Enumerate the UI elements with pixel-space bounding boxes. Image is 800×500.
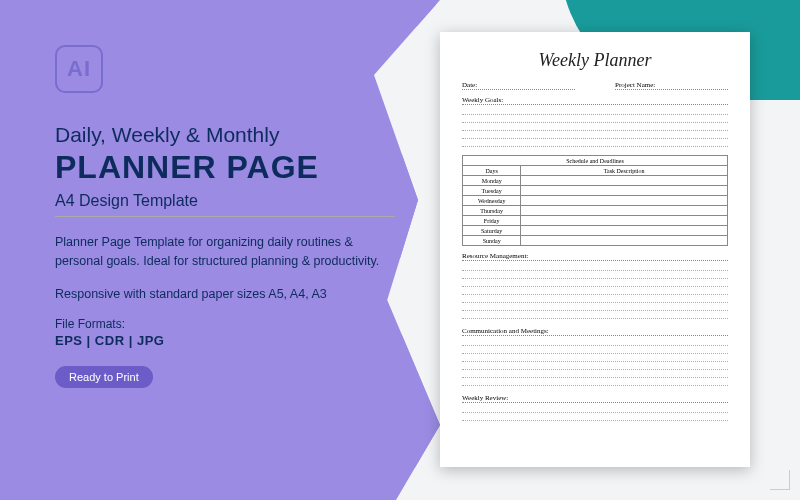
day-row: Thursday — [463, 206, 521, 216]
comm-meetings-lines — [462, 338, 728, 386]
day-row: Saturday — [463, 226, 521, 236]
description-1: Planner Page Template for organizing dai… — [55, 233, 395, 271]
planner-page-preview: Weekly Planner Date: Project Name: Weekl… — [440, 32, 750, 467]
ai-badge-text: AI — [67, 56, 91, 82]
file-formats-label: File Formats: — [55, 317, 395, 331]
weekly-review-lines — [462, 405, 728, 421]
col-days: Days — [463, 166, 521, 176]
project-label: Project Name: — [615, 81, 728, 90]
weekly-review-label: Weekly Review: — [462, 394, 728, 403]
comm-meetings-label: Communication and Meetings: — [462, 327, 728, 336]
ready-to-print-badge: Ready to Print — [55, 366, 153, 388]
schedule-table: Schedule and Deadlines Days Task Descrip… — [462, 155, 728, 246]
day-row: Sunday — [463, 236, 521, 246]
day-row: Monday — [463, 176, 521, 186]
product-info-panel: AI Daily, Weekly & Monthly PLANNER PAGE … — [55, 45, 395, 388]
day-row: Friday — [463, 216, 521, 226]
col-task: Task Description — [521, 166, 728, 176]
title-line-1: Daily, Weekly & Monthly — [55, 123, 395, 147]
weekly-goals-label: Weekly Goals: — [462, 96, 728, 105]
resource-mgmt-lines — [462, 263, 728, 319]
planner-title: Weekly Planner — [462, 50, 728, 71]
crop-mark-br — [770, 470, 790, 490]
file-formats-value: EPS | CDR | JPG — [55, 333, 395, 348]
schedule-header: Schedule and Deadlines — [463, 156, 728, 166]
ai-badge: AI — [55, 45, 103, 93]
resource-mgmt-label: Resource Management: — [462, 252, 728, 261]
subtitle: A4 Design Template — [55, 192, 395, 210]
day-row: Wednesday — [463, 196, 521, 206]
date-label: Date: — [462, 81, 575, 90]
title-line-2: PLANNER PAGE — [55, 149, 395, 186]
planner-meta-row: Date: Project Name: — [462, 81, 728, 90]
divider — [55, 216, 395, 217]
description-2: Responsive with standard paper sizes A5,… — [55, 285, 395, 304]
day-row: Tuesday — [463, 186, 521, 196]
weekly-goals-lines — [462, 107, 728, 147]
